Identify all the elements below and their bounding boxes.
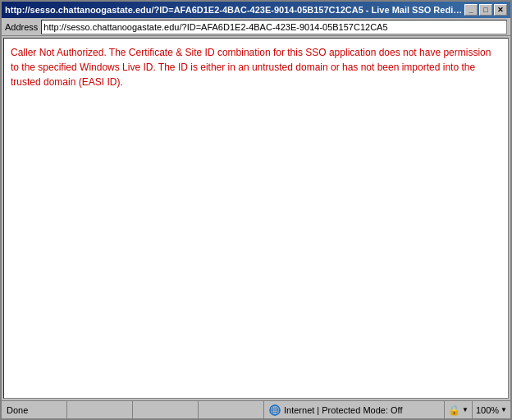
- minimize-button[interactable]: _: [464, 4, 478, 16]
- address-label: Address: [5, 22, 38, 32]
- address-bar: Address http://sesso.chattanoogastate.ed…: [2, 18, 510, 36]
- content-area: Caller Not Authorized. The Certificate &…: [3, 38, 509, 399]
- globe-icon: [269, 404, 281, 416]
- lock-chevron-icon[interactable]: ▼: [462, 406, 469, 413]
- maximize-button[interactable]: □: [479, 4, 492, 16]
- title-bar-buttons: _ □ ✕: [464, 4, 507, 16]
- title-bar: http://sesso.chattanoogastate.edu/?ID=AF…: [2, 2, 510, 18]
- status-lock-section: 🔒 ▼: [444, 401, 472, 418]
- status-progress-section: [67, 401, 133, 418]
- status-done-section: Done: [2, 401, 67, 418]
- status-done-label: Done: [7, 405, 28, 415]
- window-title: http://sesso.chattanoogastate.edu/?ID=AF…: [5, 5, 464, 15]
- status-info-section: Internet | Protected Mode: Off: [264, 404, 444, 416]
- status-zoom-section: 100% ▼: [472, 401, 510, 418]
- address-input[interactable]: http://sesso.chattanoogastate.edu/?ID=AF…: [41, 20, 507, 34]
- close-button[interactable]: ✕: [494, 4, 507, 16]
- status-progress2-section: [133, 401, 199, 418]
- zoom-label: 100%: [476, 405, 499, 415]
- status-bar: Done Internet | Protected Mode: Off 🔒 ▼ …: [2, 400, 510, 418]
- zoom-chevron-icon[interactable]: ▼: [501, 406, 507, 413]
- error-message: Caller Not Authorized. The Certificate &…: [11, 45, 501, 89]
- browser-window: http://sesso.chattanoogastate.edu/?ID=AF…: [0, 0, 512, 420]
- status-internet-label: Internet | Protected Mode: Off: [284, 405, 403, 415]
- status-progress3-section: [199, 401, 264, 418]
- lock-icon: 🔒: [448, 404, 460, 416]
